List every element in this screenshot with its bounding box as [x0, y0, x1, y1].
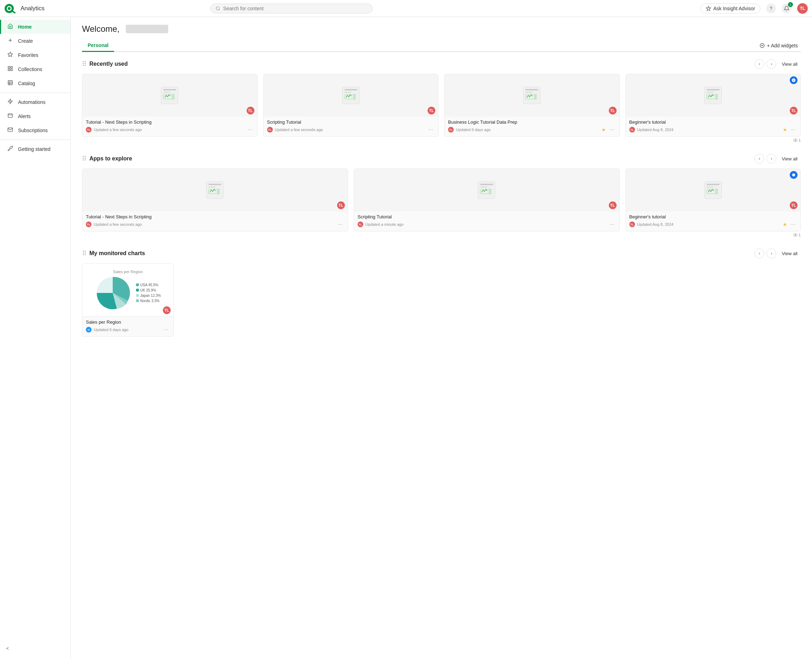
pie-chart	[95, 275, 130, 311]
svg-rect-28	[172, 94, 175, 99]
card-menu-button[interactable]: ···	[789, 221, 797, 228]
card-info: Beginner's tutorial TL Updated Aug 8, 20…	[626, 117, 801, 136]
insight-advisor-button[interactable]: Ask Insight Advisor	[700, 3, 760, 13]
card-footer: H Updated 6 days ago ···	[86, 326, 170, 334]
card-explore-scripting-tutorial[interactable]: TL Scripting Tutorial TL Updated a minut…	[354, 169, 620, 232]
search-bar[interactable]	[210, 3, 373, 13]
card-menu-button[interactable]: ···	[608, 126, 615, 134]
card-footer: TL Updated a few seconds ago ···	[267, 126, 435, 134]
app-layout: Home Create Favorites Collections Catalo	[0, 17, 812, 659]
help-button[interactable]: ?	[766, 3, 776, 13]
svg-rect-54	[480, 184, 493, 185]
svg-line-5	[219, 9, 219, 10]
sidebar-item-home[interactable]: Home	[0, 20, 70, 34]
card-footer: TL Updated Aug 8, 2024 ★ ···	[629, 221, 797, 228]
svg-point-2	[8, 7, 11, 10]
add-widgets-button[interactable]: + Add widgets	[757, 39, 801, 51]
card-title: Beginner's tutorial	[629, 214, 797, 219]
card-tutorial-next-steps[interactable]: TL Tutorial - Next Steps in Scripting TL…	[82, 74, 258, 137]
card-info: Business Logic Tutorial Data Prep TL Upd…	[445, 117, 620, 136]
recently-used-prev-button[interactable]: ‹	[754, 59, 764, 69]
sidebar-label-catalog: Catalog	[18, 80, 35, 86]
card-title: Sales per Region	[86, 319, 170, 325]
drag-handle-monitored-charts[interactable]: ⠿	[82, 249, 87, 257]
apps-to-explore-cards: TL Tutorial - Next Steps in Scripting TL…	[82, 169, 801, 232]
card-action-badge	[790, 76, 798, 84]
sidebar-item-alerts[interactable]: Alerts	[0, 109, 70, 123]
plus-circle-icon	[760, 43, 765, 48]
sidebar-item-automations[interactable]: Automations	[0, 95, 70, 109]
sidebar-item-subscriptions[interactable]: Subscriptions	[0, 123, 70, 137]
card-avatar: TL	[267, 127, 273, 132]
svg-rect-9	[8, 66, 10, 68]
card-explore-tutorial-next-steps[interactable]: TL Tutorial - Next Steps in Scripting TL…	[82, 169, 348, 232]
card-footer: TL Updated Aug 8, 2024 ★ ···	[629, 126, 797, 134]
card-thumbnail: TL	[82, 169, 348, 211]
apps-to-explore-view-all[interactable]: View all	[779, 155, 801, 163]
chart-legend: USA 45.5% UK 25.9% Japan 12.3% Nordic 3.…	[136, 283, 161, 303]
card-thumbnail: TL	[82, 74, 257, 117]
sidebar-item-getting-started[interactable]: Getting started	[0, 142, 70, 156]
svg-rect-57	[489, 189, 492, 194]
sidebar-item-collections[interactable]: Collections	[0, 62, 70, 76]
monitored-charts-next-button[interactable]: ›	[766, 248, 776, 258]
monitored-charts-view-all[interactable]: View all	[779, 249, 801, 258]
sidebar-item-create[interactable]: Create	[0, 34, 70, 48]
notifications-button[interactable]: 1	[782, 3, 792, 13]
card-menu-button[interactable]: ···	[162, 326, 170, 334]
svg-marker-8	[8, 52, 13, 57]
card-footer: TL Updated a few seconds ago ···	[86, 126, 254, 134]
svg-rect-10	[11, 66, 13, 68]
sidebar-label-alerts: Alerts	[18, 114, 31, 119]
card-beginners-tutorial[interactable]: TL Beginner's tutorial TL Updated Aug 8,…	[626, 74, 801, 137]
card-user-badge: TL	[247, 107, 254, 115]
card-star-button[interactable]: ★	[601, 127, 606, 132]
card-footer: TL Updated 6 days ago ★ ···	[448, 126, 616, 134]
apps-to-explore-prev-button[interactable]: ‹	[754, 154, 764, 164]
drag-handle-recently-used[interactable]: ⠿	[82, 60, 87, 68]
card-scripting-tutorial[interactable]: TL Scripting Tutorial TL Updated a few s…	[263, 74, 439, 137]
drag-handle-apps-to-explore[interactable]: ⠿	[82, 155, 87, 162]
sidebar-label-automations: Automations	[18, 99, 46, 105]
card-explore-beginners-tutorial[interactable]: TL Beginner's tutorial TL Updated Aug 8,…	[626, 169, 801, 232]
card-menu-button[interactable]: ···	[789, 126, 797, 134]
app-thumbnail-icon	[703, 180, 723, 200]
card-title: Scripting Tutorial	[267, 120, 435, 125]
card-menu-button[interactable]: ···	[427, 126, 435, 134]
search-input[interactable]	[223, 6, 368, 11]
sidebar-label-create: Create	[18, 38, 33, 44]
app-thumbnail-icon	[522, 85, 542, 105]
card-footer: TL Updated a minute ago ···	[358, 221, 616, 228]
card-menu-button[interactable]: ···	[246, 126, 253, 134]
sidebar-item-catalog[interactable]: Catalog	[0, 76, 70, 90]
monitored-charts-prev-button[interactable]: ‹	[754, 248, 764, 258]
card-menu-button[interactable]: ···	[336, 221, 344, 228]
chart-section-title: Sales per Region	[113, 270, 143, 274]
svg-rect-41	[707, 92, 714, 93]
card-info: Tutorial - Next Steps in Scripting TL Up…	[82, 211, 348, 231]
tab-personal[interactable]: Personal	[82, 39, 114, 52]
card-menu-button[interactable]: ···	[608, 221, 615, 228]
sidebar-label-favorites: Favorites	[18, 52, 38, 58]
card-updated: Updated Aug 8, 2024	[637, 128, 780, 132]
recently-used-header: ⠿ Recently used ‹ › View all	[82, 59, 801, 69]
apps-to-explore-next-button[interactable]: ›	[766, 154, 776, 164]
notification-count: 1	[788, 2, 793, 7]
card-info: Tutorial - Next Steps in Scripting TL Up…	[82, 117, 257, 136]
card-avatar: TL	[86, 127, 91, 132]
svg-rect-11	[8, 69, 10, 71]
app-thumbnail-icon	[341, 85, 361, 105]
card-business-logic[interactable]: TL Business Logic Tutorial Data Prep TL …	[444, 74, 620, 137]
sidebar-item-favorites[interactable]: Favorites	[0, 48, 70, 62]
card-avatar: TL	[358, 222, 363, 227]
card-info: Beginner's tutorial TL Updated Aug 8, 20…	[626, 211, 801, 231]
recently-used-next-button[interactable]: ›	[766, 59, 776, 69]
avatar[interactable]: TL	[797, 3, 808, 14]
svg-marker-17	[8, 99, 13, 104]
recently-used-view-all[interactable]: View all	[779, 60, 801, 69]
svg-point-64	[795, 235, 796, 236]
card-star-button[interactable]: ★	[783, 127, 787, 132]
sidebar-collapse-button[interactable]	[0, 642, 70, 656]
card-star-button[interactable]: ★	[783, 222, 787, 227]
card-sales-per-region[interactable]: Sales per Region	[82, 263, 174, 337]
